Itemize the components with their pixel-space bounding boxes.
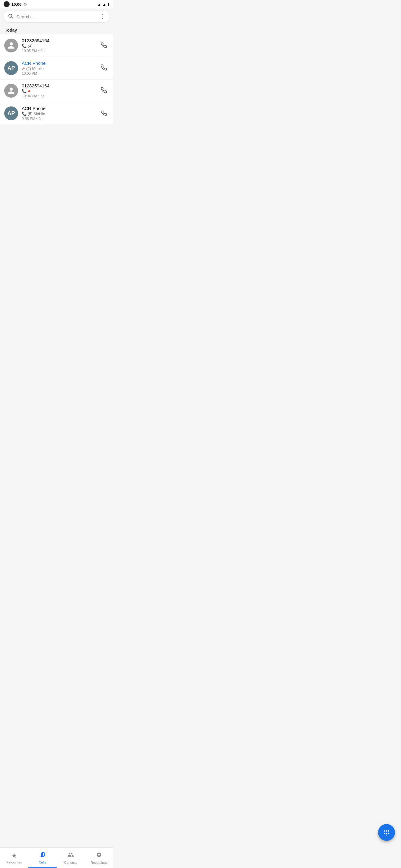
call-item-1[interactable]: 01282594164 📞 (4) 10:05 PM • 0s	[0, 34, 113, 57]
call-button-2[interactable]	[99, 62, 109, 74]
call-details-2: ↗ (2) Mobile	[22, 66, 99, 71]
search-icon	[8, 13, 13, 20]
avatar-4: AP	[4, 106, 18, 120]
status-left: 10:06 ⚙	[4, 1, 27, 7]
call-type-icon-2: ↗	[22, 66, 25, 71]
status-right: ▲ ▲ ▮	[97, 2, 110, 7]
call-item-3[interactable]: 01282594164 📞 ⏺ 10:04 PM • 5s	[0, 80, 113, 102]
overflow-menu-icon[interactable]: ⋮	[100, 13, 105, 20]
call-button-1[interactable]	[99, 40, 109, 52]
call-info-2: ACR Phone ↗ (2) Mobile 10:05 PM	[22, 61, 99, 76]
call-details-3: 📞 ⏺	[22, 89, 99, 93]
call-name-3: 01282594164	[22, 83, 99, 88]
call-time-2: 10:05 PM	[22, 71, 99, 76]
call-name-4: ACR Phone	[22, 106, 99, 111]
status-time: 10:06	[11, 2, 22, 7]
call-info-1: 01282594164 📞 (4) 10:05 PM • 0s	[22, 38, 99, 53]
call-item-4[interactable]: AP ACR Phone 📞 (5) Mobile 9:58 PM • 0s	[0, 102, 113, 125]
call-type-icon-4: 📞	[22, 112, 27, 116]
search-input[interactable]	[16, 14, 100, 19]
call-type-icon-1: 📞	[22, 44, 27, 48]
call-button-3[interactable]	[99, 85, 109, 97]
call-name-2: ACR Phone	[22, 61, 99, 66]
call-details-1: 📞 (4)	[22, 44, 99, 48]
call-recording-icon: ⏺	[28, 90, 31, 93]
wifi-icon: ▲	[97, 2, 101, 7]
signal-icon: ▲	[102, 2, 106, 7]
battery-icon: ▮	[107, 2, 110, 7]
status-circle	[4, 1, 10, 7]
call-button-4[interactable]	[99, 107, 109, 119]
call-time-4: 9:58 PM • 0s	[22, 117, 99, 121]
call-type-icon-3: 📞	[22, 89, 27, 93]
call-name-1: 01282594164	[22, 38, 99, 43]
search-bar[interactable]: ⋮	[4, 11, 110, 22]
call-details-4: 📞 (5) Mobile	[22, 112, 99, 116]
status-bar: 10:06 ⚙ ▲ ▲ ▮	[0, 0, 113, 8]
avatar-3	[4, 84, 18, 98]
call-time-1: 10:05 PM • 0s	[22, 49, 99, 53]
call-info-3: 01282594164 📞 ⏺ 10:04 PM • 5s	[22, 83, 99, 98]
section-header-today: Today	[0, 25, 113, 34]
call-info-4: ACR Phone 📞 (5) Mobile 9:58 PM • 0s	[22, 106, 99, 121]
svg-line-1	[11, 17, 13, 18]
avatar-1	[4, 38, 18, 53]
call-time-3: 10:04 PM • 5s	[22, 94, 99, 98]
avatar-2: AP	[4, 61, 18, 75]
settings-icon: ⚙	[23, 2, 27, 7]
call-item-2[interactable]: AP ACR Phone ↗ (2) Mobile 10:05 PM	[0, 57, 113, 80]
